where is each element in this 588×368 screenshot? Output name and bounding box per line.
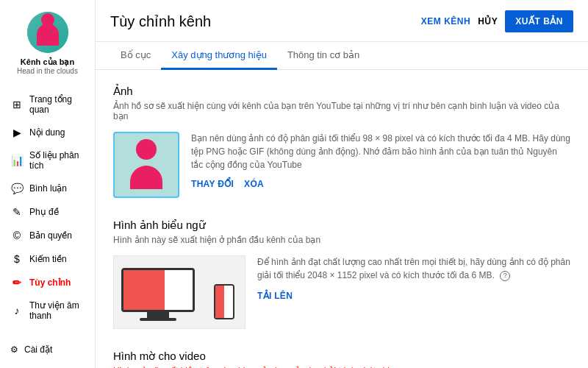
avatar-change-button[interactable]: THAY ĐỔI	[191, 179, 234, 189]
avatar-figure	[136, 139, 157, 160]
sidebar-item-tuy-chinh[interactable]: ✏ Tùy chỉnh	[0, 271, 95, 294]
top-header: Tùy chỉnh kênh XEM KÊNH HỦY XUẤT BẢN	[96, 0, 588, 42]
banner-info: Để hình ảnh đạt chất lượng cao nhất trên…	[257, 255, 570, 301]
subtitle-icon: ✎	[10, 206, 24, 218]
banner-body: Để hình ảnh đạt chất lượng cao nhất trên…	[113, 255, 570, 329]
avatar-action-links: THAY ĐỔI XÓA	[191, 179, 570, 189]
banner-preview	[113, 255, 245, 329]
sidebar-item-phu-de[interactable]: ✎ Phụ đề	[0, 200, 95, 224]
monitor-screen	[123, 270, 193, 310]
sidebar-item-ban-quyen[interactable]: © Bản quyền	[0, 224, 95, 247]
avatar[interactable]	[27, 12, 68, 53]
sidebar: Kênh của bạn Head in the clouds ⊞ Trang …	[0, 0, 96, 368]
view-channel-button[interactable]: XEM KÊNH	[421, 16, 470, 26]
avatar-delete-button[interactable]: XÓA	[244, 179, 264, 189]
banner-section: Hình ảnh biểu ngữ Hình ảnh này sẽ xuất h…	[113, 219, 570, 329]
nav-list: ⊞ Trang tổng quan ▶ Nội dung 📊 Số liệu p…	[0, 88, 95, 327]
monitor-shape	[121, 268, 195, 312]
page-title: Tùy chỉnh kênh	[110, 13, 211, 30]
monitor-stand	[147, 312, 169, 318]
banner-desc: Hình ảnh này sẽ xuất hiện ở phần đầu kên…	[113, 235, 570, 245]
sidebar-item-settings[interactable]: ⚙ Cài đặt	[0, 339, 95, 361]
sidebar-item-thu-vien-am-thanh[interactable]: ♪ Thư viện âm thanh	[0, 294, 95, 327]
monetize-icon: $	[10, 253, 24, 265]
tab-thong-tin-co-ban[interactable]: Thông tin cơ bản	[277, 42, 370, 70]
tabs-bar: Bố cục Xây dựng thương hiệu Thông tin cơ…	[96, 42, 588, 70]
sidebar-item-noi-dung[interactable]: ▶ Nội dung	[0, 121, 95, 144]
analytics-icon: 📊	[10, 155, 24, 166]
avatar-info: Bạn nên dùng ảnh có độ phân giải tối thi…	[191, 132, 570, 189]
tab-bo-cuc[interactable]: Bố cục	[110, 42, 161, 70]
sidebar-item-trang-tong-quan[interactable]: ⊞ Trang tổng quan	[0, 88, 95, 121]
avatar-body: Bạn nên dùng ảnh có độ phân giải tối thi…	[113, 132, 570, 198]
sidebar-item-binh-luan[interactable]: 💬 Bình luận	[0, 177, 95, 200]
avatar-desc: Ảnh hồ sơ sẽ xuất hiện cùng với kênh của…	[113, 101, 570, 121]
comments-icon: 💬	[10, 183, 24, 194]
monitor-base	[140, 318, 176, 321]
settings-icon: ⚙	[10, 344, 18, 355]
content-icon: ▶	[10, 127, 24, 138]
banner-upload-button[interactable]: TẢI LÊN	[257, 291, 293, 301]
publish-button[interactable]: XUẤT BẢN	[505, 10, 573, 32]
avatar-section: Ảnh Ảnh hồ sơ sẽ xuất hiện cùng với kênh…	[113, 85, 570, 198]
avatar-info-text: Bạn nên dùng ảnh có độ phân giải tối thi…	[191, 132, 570, 171]
phone-shape	[214, 284, 234, 319]
banner-title: Hình ảnh biểu ngữ	[113, 219, 570, 232]
content-area: Ảnh Ảnh hồ sơ sẽ xuất hiện cùng với kênh…	[96, 70, 588, 368]
banner-help-icon[interactable]: ?	[500, 271, 510, 281]
copyright-icon: ©	[10, 230, 24, 241]
tab-xay-dung-thuong-hieu[interactable]: Xây dựng thương hiệu	[161, 42, 277, 70]
sidebar-item-so-lieu-phan-tich[interactable]: 📊 Số liệu phân tích	[0, 144, 95, 177]
customize-icon: ✏	[10, 277, 24, 289]
channel-subtitle: Head in the clouds	[17, 67, 78, 75]
main-panel: Tùy chỉnh kênh XEM KÊNH HỦY XUẤT BẢN Bố …	[96, 0, 588, 368]
avatar-preview	[113, 132, 179, 198]
avatar-body-shape	[130, 166, 162, 189]
thumbnail-section: Hình mờ cho video Hình mờ sẽ xuất hiện t…	[113, 350, 570, 368]
phone-screen	[215, 286, 233, 318]
avatar-title: Ảnh	[113, 85, 570, 98]
dashboard-icon: ⊞	[10, 99, 24, 110]
sidebar-item-kiem-tien[interactable]: $ Kiếm tiền	[0, 247, 95, 271]
thumbnail-title: Hình mờ cho video	[113, 350, 570, 363]
cancel-button[interactable]: HỦY	[478, 16, 498, 26]
channel-info: Kênh của bạn Head in the clouds	[0, 0, 95, 82]
audio-library-icon: ♪	[10, 305, 24, 316]
channel-name: Kênh của bạn	[21, 57, 74, 67]
banner-info-text: Để hình ảnh đạt chất lượng cao nhất trên…	[257, 255, 570, 282]
header-actions: XEM KÊNH HỦY XUẤT BẢN	[421, 10, 573, 32]
